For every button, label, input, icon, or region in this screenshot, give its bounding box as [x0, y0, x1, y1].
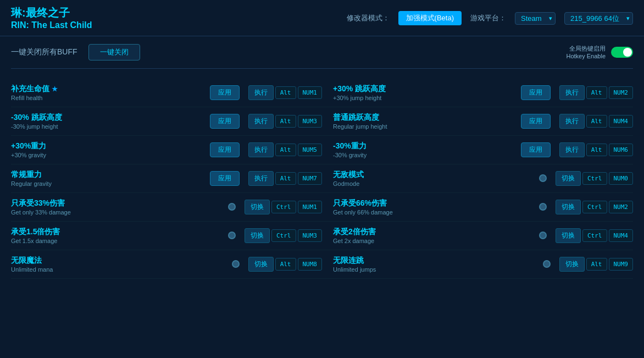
cheat-name-jump_height_plus: +30% 跳跃高度+30% jump height: [333, 84, 515, 101]
platform-select[interactable]: Steam Epic Other: [515, 12, 556, 25]
hotkey-exec-button-godmode[interactable]: 切换: [556, 171, 581, 186]
cheat-name-en-unlimited_jumps: Unlimited jumps: [333, 266, 537, 273]
hotkey-exec-button-dmg_33[interactable]: 切换: [245, 200, 270, 214]
hotkey-exec-button-refill_health[interactable]: 执行: [248, 85, 274, 100]
cheat-name-zh-jump_height_minus: -30% 跳跃高度: [11, 113, 204, 123]
hotkey-exec-button-dmg_2x[interactable]: 切换: [556, 228, 581, 243]
hotkey-enable-label: 全局热键启用 Hotkey Enable: [566, 45, 606, 59]
cheat-item-godmode: 无敌模式Godmode切换CtrlNUM0: [322, 164, 633, 193]
cheat-name-unlimited_jumps: 无限连跳Unlimited jumps: [333, 256, 537, 273]
key-key-dmg_1_5x: NUM3: [298, 229, 323, 242]
key-modifier-gravity_minus: Alt: [586, 144, 607, 156]
cheat-name-en-dmg_66: Get only 66% damage: [333, 209, 534, 216]
hotkey-exec-button-dmg_66[interactable]: 切换: [556, 200, 581, 214]
key-modifier-dmg_2x: Ctrl: [582, 229, 607, 242]
key-key-refill_health: NUM1: [298, 86, 323, 99]
cheat-name-en-dmg_2x: Get 2x damage: [333, 238, 534, 244]
key-modifier-gravity_regular: Alt: [275, 172, 296, 185]
apply-button-refill_health[interactable]: 应用: [210, 85, 240, 100]
key-modifier-dmg_1_5x: Ctrl: [271, 229, 296, 242]
hotkey-exec-button-unlimited_jumps[interactable]: 切换: [559, 257, 585, 272]
key-modifier-refill_health: Alt: [275, 86, 296, 99]
account-select-wrapper: 215_9966 64位: [564, 12, 633, 25]
main-content: 一键关闭所有BUFF 一键关闭 全局热键启用 Hotkey Enable 补充生…: [0, 36, 644, 284]
key-modifier-godmode: Ctrl: [582, 172, 607, 185]
platform-label: 游戏平台：: [470, 13, 506, 23]
toggle-circle-dmg_66[interactable]: [539, 203, 547, 211]
all-off-button[interactable]: 一键关闭: [88, 44, 140, 60]
toggle-circle-dmg_2x[interactable]: [539, 232, 547, 239]
left-control: 一键关闭所有BUFF 一键关闭: [11, 44, 140, 60]
hotkey-toggle[interactable]: [611, 47, 633, 58]
toggle-circle-godmode[interactable]: [539, 174, 547, 182]
key-key-dmg_66: NUM2: [609, 201, 634, 213]
hotkey-group-dmg_66: 切换CtrlNUM2: [556, 200, 633, 214]
key-modifier-dmg_33: Ctrl: [271, 201, 296, 213]
cheat-name-gravity_plus: +30%重力+30% gravity: [11, 141, 204, 158]
cheat-item-dmg_2x: 承受2倍伤害Get 2x damage切换CtrlNUM4: [322, 222, 633, 250]
cheat-item-jump_regular: 普通跳跃高度Regular jump height应用执行AltNUM4: [322, 107, 633, 136]
cheat-name-jump_regular: 普通跳跃高度Regular jump height: [333, 113, 515, 130]
cheat-name-zh-dmg_33: 只承受33%伤害: [11, 199, 223, 208]
cheat-name-unlimited_mana: 无限魔法Unlimited mana: [11, 256, 226, 273]
cheat-name-en-refill_health: Refill health: [11, 95, 204, 101]
key-key-godmode: NUM0: [609, 172, 634, 185]
hotkey-exec-button-jump_height_plus[interactable]: 执行: [559, 85, 585, 100]
apply-button-gravity_minus[interactable]: 应用: [521, 142, 551, 157]
apply-button-gravity_plus[interactable]: 应用: [210, 142, 240, 157]
cheat-name-gravity_minus: -30%重力-30% gravity: [333, 141, 515, 158]
header: 琳:最终之子 RIN: The Last Child 修改器模式： 加强模式(B…: [0, 0, 644, 36]
account-select[interactable]: 215_9966 64位: [564, 12, 633, 25]
cheat-name-dmg_33: 只承受33%伤害Get only 33% damage: [11, 199, 223, 216]
hotkey-exec-button-jump_regular[interactable]: 执行: [559, 114, 585, 129]
hotkey-group-gravity_regular: 执行AltNUM7: [248, 171, 322, 186]
all-off-label: 一键关闭所有BUFF: [11, 47, 77, 57]
cheat-name-en-godmode: Godmode: [333, 180, 534, 187]
hotkey-exec-button-gravity_plus[interactable]: 执行: [248, 142, 274, 157]
key-key-dmg_33: NUM1: [298, 201, 323, 213]
hotkey-group-unlimited_mana: 切换AltNUM8: [248, 257, 322, 272]
cheat-name-en-unlimited_mana: Unlimited mana: [11, 266, 226, 273]
cheat-item-refill_health: 补充生命值 ★Refill health应用执行AltNUM1: [11, 79, 322, 107]
header-right: 修改器模式： 加强模式(Beta) 游戏平台： Steam Epic Other…: [347, 11, 633, 25]
apply-button-gravity_regular[interactable]: 应用: [210, 171, 240, 186]
apply-button-jump_height_plus[interactable]: 应用: [521, 85, 551, 100]
cheat-name-gravity_regular: 常规重力Regular gravity: [11, 170, 204, 187]
modifier-mode-label: 修改器模式：: [347, 13, 390, 23]
cheat-name-zh-godmode: 无敌模式: [333, 170, 534, 180]
hotkey-exec-button-dmg_1_5x[interactable]: 切换: [245, 228, 270, 243]
key-key-unlimited_jumps: NUM9: [609, 258, 634, 271]
hotkey-exec-button-gravity_regular[interactable]: 执行: [248, 171, 274, 186]
key-modifier-gravity_plus: Alt: [275, 144, 296, 156]
cheat-name-en-dmg_1_5x: Get 1.5x damage: [11, 238, 223, 244]
toggle-circle-unlimited_mana[interactable]: [232, 260, 240, 268]
cheat-item-gravity_regular: 常规重力Regular gravity应用执行AltNUM7: [11, 164, 322, 193]
cheat-name-zh-gravity_plus: +30%重力: [11, 141, 204, 151]
star-icon: ★: [52, 85, 58, 93]
cheat-name-dmg_2x: 承受2倍伤害Get 2x damage: [333, 227, 534, 244]
hotkey-exec-button-gravity_minus[interactable]: 执行: [559, 142, 585, 157]
cheat-item-dmg_66: 只承受66%伤害Get only 66% damage切换CtrlNUM2: [322, 193, 633, 222]
key-key-dmg_2x: NUM4: [609, 229, 634, 242]
control-bar: 一键关闭所有BUFF 一键关闭 全局热键启用 Hotkey Enable: [11, 44, 633, 69]
cheat-name-zh-dmg_2x: 承受2倍伤害: [333, 227, 534, 237]
right-control: 全局热键启用 Hotkey Enable: [566, 45, 633, 59]
mode-button[interactable]: 加强模式(Beta): [398, 11, 462, 25]
title-en: RIN: The Last Child: [11, 20, 92, 31]
toggle-circle-unlimited_jumps[interactable]: [543, 260, 551, 268]
cheat-name-en-dmg_33: Get only 33% damage: [11, 209, 223, 216]
cheat-name-refill_health: 补充生命值 ★Refill health: [11, 84, 204, 101]
cheat-item-unlimited_mana: 无限魔法Unlimited mana切换AltNUM8: [11, 250, 322, 279]
hotkey-group-jump_height_plus: 执行AltNUM2: [559, 85, 633, 100]
cheat-name-en-jump_height_minus: -30% jump height: [11, 123, 204, 130]
cheat-name-zh-unlimited_mana: 无限魔法: [11, 256, 226, 266]
hotkey-exec-button-unlimited_mana[interactable]: 切换: [248, 257, 274, 272]
key-modifier-dmg_66: Ctrl: [582, 201, 607, 213]
apply-button-jump_height_minus[interactable]: 应用: [210, 114, 240, 129]
hotkey-group-gravity_minus: 执行AltNUM6: [559, 142, 633, 157]
toggle-circle-dmg_1_5x[interactable]: [228, 232, 236, 239]
hotkey-group-gravity_plus: 执行AltNUM5: [248, 142, 322, 157]
apply-button-jump_regular[interactable]: 应用: [521, 114, 551, 129]
hotkey-exec-button-jump_height_minus[interactable]: 执行: [248, 114, 274, 129]
toggle-circle-dmg_33[interactable]: [228, 203, 236, 211]
